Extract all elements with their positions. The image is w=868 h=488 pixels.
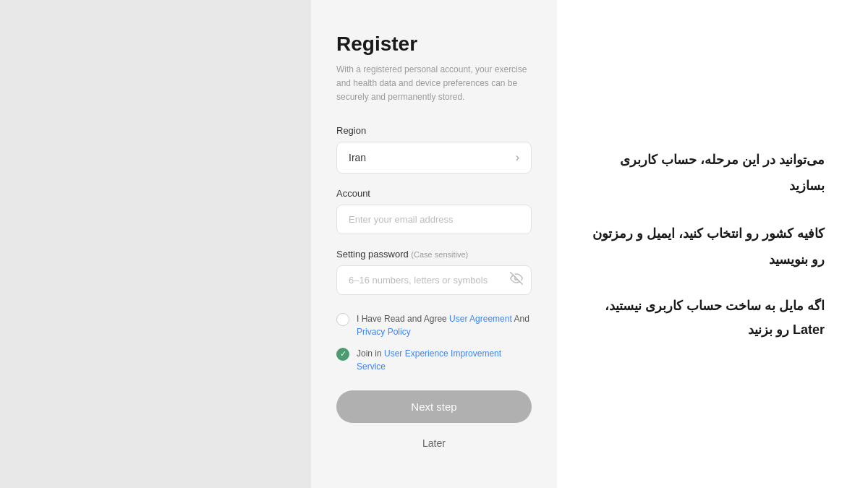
next-step-button[interactable]: Next step (336, 390, 532, 423)
right-panel: می‌توانید در این مرحله، حساب کاربری بساز… (557, 0, 868, 488)
region-label: Region (336, 125, 532, 136)
chevron-right-icon: › (516, 151, 519, 164)
right-content: می‌توانید در این مرحله، حساب کاربری بساز… (586, 147, 825, 341)
eye-toggle-icon[interactable] (510, 272, 523, 288)
left-panel (0, 0, 311, 488)
right-main-text: می‌توانید در این مرحله، حساب کاربری بساز… (586, 147, 825, 199)
email-input[interactable] (336, 205, 532, 234)
checkmark-icon: ✓ (340, 349, 346, 359)
region-value: Iran (349, 152, 366, 163)
password-input[interactable] (336, 265, 532, 295)
register-title: Register (336, 33, 532, 56)
password-label: Setting password (Case sensitive) (336, 249, 532, 260)
password-case-note: (Case sensitive) (411, 250, 468, 259)
ux-service-label: Join in User Experience Improvement Serv… (357, 347, 532, 373)
account-label: Account (336, 188, 532, 199)
region-selector[interactable]: Iran › (336, 142, 532, 174)
right-secondary-text: اگه مایل به ساخت حساب کاربری نیستید، Lat… (586, 294, 825, 341)
password-section: Setting password (Case sensitive) (336, 249, 532, 295)
ux-service-checkbox[interactable]: ✓ (336, 348, 349, 361)
later-link[interactable]: Later (336, 437, 532, 449)
user-agreement-link[interactable]: User Agreement (449, 314, 512, 324)
register-form-panel: Register With a registered personal acco… (311, 0, 557, 488)
privacy-policy-link[interactable]: Privacy Policy (357, 327, 411, 337)
account-section: Account (336, 188, 532, 234)
agreement-checkbox[interactable] (336, 313, 349, 326)
agreement-row: I Have Read and Agree User Agreement And… (336, 312, 532, 338)
register-description: With a registered personal account, your… (336, 63, 532, 105)
ux-service-row: ✓ Join in User Experience Improvement Se… (336, 347, 532, 373)
agreement-label: I Have Read and Agree User Agreement And… (357, 312, 532, 338)
password-input-wrapper (336, 265, 532, 295)
right-sub-text: کافیه کشور رو انتخاب کنید، ایمیل و رمزتو… (586, 221, 825, 273)
